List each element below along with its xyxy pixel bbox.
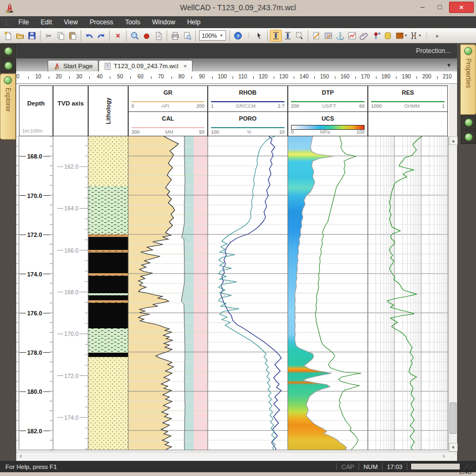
menu-help[interactable]: Help [181, 17, 207, 27]
fit-height-button[interactable] [270, 30, 282, 42]
curve-name: PORO [208, 115, 287, 122]
log-view[interactable]: 168.0170.0172.0174.0176.0178.0180.0182.0… [16, 136, 457, 452]
print-button[interactable] [169, 30, 181, 42]
log-canvas[interactable]: 168.0170.0172.0174.0176.0178.0180.0182.0… [16, 136, 457, 454]
window-frame-bottom: ENG [0, 472, 476, 476]
texture-log-icon [395, 31, 404, 40]
texture-log-button[interactable] [394, 30, 406, 42]
close-button[interactable]: × [449, 2, 474, 13]
anchor-button[interactable]: ⚓ [334, 30, 346, 42]
new-document-button[interactable] [2, 30, 14, 42]
report-button[interactable] [153, 30, 164, 42]
scroll-left-arrow[interactable]: ‹ [16, 452, 25, 461]
menu-file[interactable]: File [12, 17, 35, 27]
gr-header[interactable]: GR0API200 [129, 86, 207, 111]
ruler-label: 50 [117, 74, 123, 80]
menu-edit[interactable]: Edit [35, 17, 58, 27]
maximize-button[interactable]: □ [432, 2, 448, 13]
vertical-scroll-thumb[interactable] [449, 402, 457, 434]
svg-text:⚓: ⚓ [336, 31, 345, 40]
depth-title: Depth [19, 100, 52, 107]
tvd-track-header[interactable]: TVD axis [53, 85, 88, 136]
resize-grip[interactable]: ⋰ [451, 453, 456, 459]
paste-button[interactable] [67, 30, 78, 42]
minimize-button[interactable]: – [414, 2, 431, 13]
crossplot-button[interactable] [346, 30, 358, 42]
core-button[interactable] [382, 30, 394, 42]
menu-view[interactable]: View [58, 17, 84, 27]
scale-left: 0 [131, 103, 134, 109]
redo-button[interactable] [95, 30, 107, 42]
curve-name: RES [368, 89, 447, 96]
dropdown-arrow-icon[interactable]: ▾ [405, 33, 407, 38]
edit-header-icon [312, 31, 321, 40]
tvd-title: TVD axis [54, 100, 88, 107]
print-preview-button[interactable] [181, 30, 193, 42]
lithology-track-header[interactable]: Lithology [88, 85, 128, 136]
rhob-header[interactable]: RHOB1GR/CCM2.7 [208, 86, 287, 111]
redo-icon [97, 31, 105, 40]
scroll-up-arrow[interactable]: ▲ [449, 136, 458, 145]
edit-table-icon [324, 31, 333, 40]
save-button[interactable] [26, 30, 38, 42]
gr-track-header[interactable]: GR0API200CAL300MM50 [128, 85, 208, 136]
menu-window[interactable]: Window [146, 17, 181, 27]
ruler-label: 60 [137, 74, 143, 80]
delete-button[interactable]: × [112, 30, 124, 42]
depth-scale-label: 1m:100m [22, 128, 43, 134]
dropdown-arrow-icon[interactable]: ▾ [419, 33, 421, 38]
svg-text:?: ? [236, 32, 240, 38]
tab-start-page[interactable]: Start Page [48, 60, 98, 71]
cal-header[interactable]: CAL300MM50 [129, 111, 207, 137]
dropdown-arrow-icon[interactable]: ▾ [220, 33, 222, 38]
scroll-down-arrow[interactable]: ▼ [449, 443, 458, 452]
fit-width-button[interactable] [282, 30, 294, 42]
depth-track-header[interactable]: Depth1m:100m [19, 85, 53, 136]
tadpole-button[interactable]: N [370, 30, 382, 42]
res-track-header[interactable]: RES1000OHMM1 [368, 85, 448, 136]
tab-t123-0-09-243-7m-wcl[interactable]: T123_0.09_243.7m.wcl× [98, 60, 193, 71]
overflow-button[interactable]: » [431, 30, 443, 42]
curve-name: RHOB [208, 89, 287, 96]
copy-button[interactable] [55, 30, 67, 42]
edit-table-button[interactable] [322, 30, 334, 42]
vertical-scrollbar[interactable]: ▲ ▼ [448, 136, 457, 452]
edit-header-button[interactable] [310, 30, 322, 42]
cut-button[interactable]: ✂ [43, 30, 55, 42]
select-block-button[interactable] [294, 30, 306, 42]
properties-panel-tab[interactable]: Properties [460, 44, 476, 115]
ruler-label: 20 [56, 74, 62, 80]
dtp-track-header[interactable]: DTP200US/FT60UCS0MPa100 [288, 85, 368, 136]
zoom-level-combo[interactable]: 100%▾ [199, 30, 226, 41]
rhob-track-header[interactable]: RHOB1GR/CCM2.7PORO100%10 [208, 85, 288, 136]
dock-orb-button[interactable] [461, 130, 476, 144]
casing-log-button[interactable] [408, 30, 420, 42]
dock-orb-button[interactable] [461, 115, 476, 129]
horizontal-scrollbar[interactable]: ‹ › ⋰ [16, 452, 457, 461]
find-button[interactable] [129, 30, 141, 42]
tab-close-icon[interactable]: × [181, 63, 187, 69]
fit-width-icon [283, 31, 292, 40]
dock-orb-button[interactable] [1, 58, 16, 72]
poro-header[interactable]: PORO100%10 [208, 111, 287, 137]
menu-tools[interactable]: Tools [119, 17, 146, 27]
menu-process[interactable]: Process [84, 17, 119, 27]
tab-list-dropdown-icon[interactable]: ▼ [446, 62, 452, 68]
open-file-button[interactable] [14, 30, 26, 42]
scale-unit: OHMM [404, 103, 420, 109]
explorer-panel-tab[interactable]: Explorer [0, 74, 16, 140]
help-button[interactable]: ? [232, 30, 244, 42]
attach-button[interactable] [358, 30, 370, 42]
undo-button[interactable] [83, 30, 95, 42]
pointer-button[interactable] [253, 30, 265, 42]
overflow-icon: » [433, 31, 441, 40]
res-header[interactable]: RES1000OHMM1 [368, 86, 447, 111]
scale-left: 0 [291, 129, 294, 135]
scroll-right-arrow[interactable]: › [439, 452, 448, 461]
scale-right: 100 [356, 129, 365, 135]
dtp-header[interactable]: DTP200US/FT60 [288, 86, 367, 111]
record-button[interactable] [141, 30, 153, 42]
status-num-indicator: NUM [359, 464, 382, 470]
dock-orb-button[interactable] [1, 44, 16, 58]
ucs-header[interactable]: UCS0MPa100 [288, 111, 367, 137]
